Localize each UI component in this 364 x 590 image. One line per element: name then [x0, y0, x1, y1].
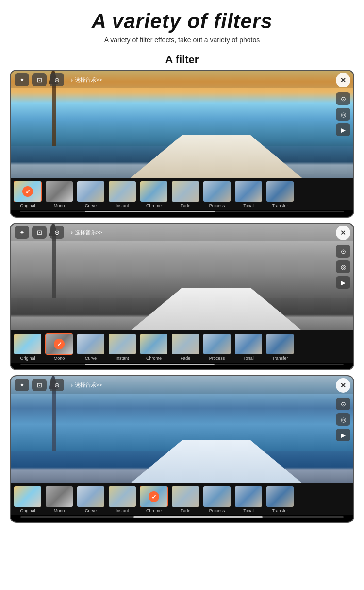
- filter-process-3[interactable]: Process: [202, 486, 232, 513]
- filter-label-curve-1: Curve: [85, 203, 97, 208]
- filter-label-chrome-3: Chrome: [146, 508, 162, 513]
- filter-strip-3: Original Mono Curve Instant ✓ Chrome: [11, 483, 353, 515]
- filter-label-fade-2: Fade: [181, 356, 191, 361]
- wand-btn-2[interactable]: ✦: [15, 226, 29, 239]
- filter-label-transfer-1: Transfer: [272, 203, 288, 208]
- right-btns-2: ✕ ⊙ ◎ ▶: [336, 224, 350, 330]
- close-btn-1[interactable]: ✕: [336, 73, 350, 87]
- filter-process-1[interactable]: Process: [202, 181, 232, 208]
- filter-tonal-2[interactable]: Tonal: [233, 333, 264, 361]
- filter-label-curve-3: Curve: [85, 508, 97, 513]
- filter-label-transfer-2: Transfer: [272, 356, 288, 361]
- section-title: A filter: [0, 53, 364, 66]
- image-btn-3[interactable]: ⊡: [32, 379, 47, 391]
- filter-label-instant-1: Instant: [116, 203, 129, 208]
- music-label-2[interactable]: ♪ 选择音乐>>: [70, 229, 102, 236]
- video-btn-3[interactable]: ▶: [336, 429, 350, 441]
- filter-label-mono-3: Mono: [54, 508, 65, 513]
- page-title: A variety of filters: [15, 10, 349, 33]
- right-btns-3: ✕ ⊙ ◎ ▶: [336, 376, 350, 483]
- filter-label-process-2: Process: [209, 356, 225, 361]
- filter-instant-2[interactable]: Instant: [107, 333, 137, 361]
- filter-label-mono-1: Mono: [54, 203, 65, 208]
- filter-label-tonal-3: Tonal: [243, 508, 254, 513]
- close-btn-2[interactable]: ✕: [336, 226, 350, 240]
- wand-btn-1[interactable]: ✦: [15, 73, 29, 86]
- camera-btn-2[interactable]: ◎: [336, 260, 350, 273]
- filter-label-chrome-1: Chrome: [146, 203, 162, 208]
- filter-label-original-1: Original: [20, 203, 35, 208]
- filter-curve-2[interactable]: Curve: [76, 333, 106, 361]
- filter-strip-2: Original ✓ Mono Curve Instant Chrome: [11, 330, 353, 363]
- filter-instant-3[interactable]: Instant: [107, 486, 137, 513]
- filter-mono-1[interactable]: Mono: [44, 181, 74, 208]
- record-btn-3[interactable]: ⊙: [336, 398, 350, 410]
- filter-mono-2[interactable]: ✓ Mono: [44, 333, 74, 361]
- video-btn-2[interactable]: ▶: [336, 276, 350, 289]
- page-subtitle: A variety of filter effects, take out a …: [15, 36, 349, 44]
- top-bar-2: ✦ ⊡ ⊕ ♪ 选择音乐>>: [11, 224, 353, 241]
- close-btn-3[interactable]: ✕: [336, 378, 350, 393]
- screen-3: ✦ ⊡ ⊕ ♪ 选择音乐>> ✕ ⊙ ◎ ▶ Original Mono: [10, 375, 354, 523]
- image-btn-1[interactable]: ⊡: [32, 73, 47, 86]
- filter-tonal-3[interactable]: Tonal: [233, 486, 264, 513]
- filter-label-mono-2: Mono: [54, 356, 65, 361]
- scroll-indicator-1: [20, 211, 344, 212]
- filter-label-tonal-1: Tonal: [243, 203, 254, 208]
- filter-label-transfer-3: Transfer: [272, 508, 288, 513]
- music-label-3[interactable]: ♪ 选择音乐>>: [70, 382, 102, 389]
- record-btn-1[interactable]: ⊙: [336, 92, 350, 105]
- filter-fade-2[interactable]: Fade: [170, 333, 200, 361]
- screen-1: ✦ ⊡ ⊕ ♪ 选择音乐>> ✕ ⊙ ◎ ▶ ✓ Original: [10, 70, 354, 218]
- camera-btn-3[interactable]: ◎: [336, 413, 350, 426]
- filter-chrome-1[interactable]: Chrome: [139, 181, 169, 208]
- bridge-image-3: ✦ ⊡ ⊕ ♪ 选择音乐>> ✕ ⊙ ◎ ▶: [11, 376, 353, 483]
- music-label-1[interactable]: ♪ 选择音乐>>: [70, 76, 102, 84]
- record-btn-2[interactable]: ⊙: [336, 245, 350, 258]
- right-btns-1: ✕ ⊙ ◎ ▶: [336, 71, 350, 178]
- camera-btn-1[interactable]: ◎: [336, 108, 350, 121]
- filter-tonal-1[interactable]: Tonal: [233, 181, 264, 208]
- filter-label-chrome-2: Chrome: [146, 356, 162, 361]
- filter-transfer-2[interactable]: Transfer: [265, 333, 295, 361]
- filter-label-fade-1: Fade: [181, 203, 191, 208]
- image-btn-2[interactable]: ⊡: [32, 226, 47, 239]
- filter-curve-1[interactable]: Curve: [76, 181, 106, 208]
- filter-original-2[interactable]: Original: [13, 333, 43, 361]
- bridge-image-2: ✦ ⊡ ⊕ ♪ 选择音乐>> ✕ ⊙ ◎ ▶: [11, 224, 353, 330]
- game-btn-2[interactable]: ⊕: [50, 226, 64, 239]
- scroll-indicator-2: [20, 364, 344, 365]
- filter-strip-1: ✓ Original Mono Curve Instant Chrome: [11, 178, 353, 210]
- scroll-indicator-3: [20, 516, 344, 518]
- game-btn-3[interactable]: ⊕: [50, 379, 64, 391]
- filter-label-tonal-2: Tonal: [243, 356, 254, 361]
- filter-original-3[interactable]: Original: [13, 486, 43, 513]
- filter-label-original-3: Original: [20, 508, 35, 513]
- filter-original-1[interactable]: ✓ Original: [13, 181, 43, 208]
- checkmark-3: ✓: [149, 491, 159, 502]
- filter-transfer-3[interactable]: Transfer: [265, 486, 295, 513]
- game-btn-1[interactable]: ⊕: [50, 73, 64, 86]
- filter-label-process-1: Process: [209, 203, 225, 208]
- top-bar-3: ✦ ⊡ ⊕ ♪ 选择音乐>>: [11, 376, 353, 394]
- filter-instant-1[interactable]: Instant: [107, 181, 137, 208]
- filter-fade-1[interactable]: Fade: [170, 181, 200, 208]
- filter-label-instant-2: Instant: [116, 356, 129, 361]
- filter-label-fade-3: Fade: [181, 508, 191, 513]
- filter-label-curve-2: Curve: [85, 356, 97, 361]
- filter-label-original-2: Original: [20, 356, 35, 361]
- checkmark-2: ✓: [54, 339, 65, 349]
- filter-mono-3[interactable]: Mono: [44, 486, 74, 513]
- filter-label-process-3: Process: [209, 508, 225, 513]
- video-btn-1[interactable]: ▶: [336, 123, 350, 136]
- filter-label-instant-3: Instant: [116, 508, 129, 513]
- filter-chrome-3[interactable]: ✓ Chrome: [139, 486, 169, 513]
- bridge-image-1: ✦ ⊡ ⊕ ♪ 选择音乐>> ✕ ⊙ ◎ ▶: [11, 71, 353, 178]
- filter-transfer-1[interactable]: Transfer: [265, 181, 295, 208]
- screen-2: ✦ ⊡ ⊕ ♪ 选择音乐>> ✕ ⊙ ◎ ▶ Original ✓: [10, 223, 354, 370]
- filter-curve-3[interactable]: Curve: [76, 486, 106, 513]
- filter-process-2[interactable]: Process: [202, 333, 232, 361]
- wand-btn-3[interactable]: ✦: [15, 379, 29, 391]
- filter-fade-3[interactable]: Fade: [170, 486, 200, 513]
- filter-chrome-2[interactable]: Chrome: [139, 333, 169, 361]
